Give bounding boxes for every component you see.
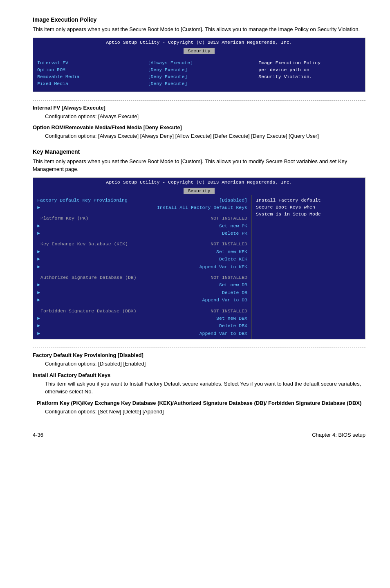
km-right-line2: Secure Boot Keys when <box>256 204 361 211</box>
km-set-db-arrow: ► <box>37 281 40 289</box>
iep-removable-media: Removable Media <box>37 73 140 80</box>
km-delete-kek-row: ► Delete KEK <box>37 256 247 263</box>
km-delete-pk-row: ► Delete PK <box>37 230 247 237</box>
install-all-text: This item will ask you if you want to In… <box>45 380 365 396</box>
km-factory-row: Factory Default Key Provisioning [Disabl… <box>37 197 247 204</box>
iep-val-interval: [Always Execute] <box>148 59 251 66</box>
km-append-dbx-arrow: ► <box>37 330 40 337</box>
km-dbx-value: NOT INSTALLED <box>211 307 247 315</box>
km-delete-db-label: Delete DB <box>222 289 247 296</box>
iep-bios-content: Interval FV Option ROM Removable Media F… <box>33 55 365 92</box>
km-pk-value: NOT INSTALLED <box>211 215 247 222</box>
factory-default-options: Configuration options: [Disabled] [Enabl… <box>45 360 365 368</box>
km-spacer1 <box>37 211 247 215</box>
km-delete-pk-arrow: ► <box>37 230 40 237</box>
iep-security-tab: Security <box>184 48 214 54</box>
km-right-line1: Install Factory default <box>256 197 361 204</box>
km-append-db-row: ► Append Var to DB <box>37 296 247 304</box>
iep-title: Image Execution Policy <box>33 16 365 23</box>
iep-option-rom: Option ROM <box>37 66 140 73</box>
km-delete-db-row: ► Delete DB <box>37 289 247 296</box>
km-right-line3: System is in Setup Mode <box>256 211 361 218</box>
km-pk-label: Platform Key (PK) <box>40 215 88 222</box>
iep-val-removable: [Deny Execute] <box>148 73 251 80</box>
km-append-kek-label: Append Var to KEK <box>199 263 247 271</box>
km-spacer3 <box>37 271 247 274</box>
option-rom-title: Option ROM/Removable Media/Fixed Media [… <box>33 124 365 130</box>
footer-chapter: Chapter 4: BIOS setup <box>312 432 365 438</box>
km-delete-db-arrow: ► <box>37 289 40 296</box>
internal-fv-options: Configuration options: [Always Execute] <box>45 112 365 121</box>
footer-page-number: 4-36 <box>33 432 43 438</box>
km-install-arrow: ► <box>37 204 40 211</box>
km-description: This item only appears when you set the … <box>33 157 365 173</box>
km-append-db-arrow: ► <box>37 296 40 304</box>
km-set-pk-row: ► Set new PK <box>37 222 247 230</box>
km-set-kek-label: Set new KEK <box>216 248 247 256</box>
platform-key-title: Platform Key (PK)/Key Exchange Key Datab… <box>33 400 365 406</box>
iep-val-option: [Deny Execute] <box>148 66 251 73</box>
km-factory-label: Factory Default Key Provisioning <box>37 197 128 204</box>
km-delete-dbx-label: Delete DBX <box>219 322 247 330</box>
platform-key-options: Configuration options: [Set New] [Delete… <box>45 408 365 416</box>
iep-right-line1: Image Execution Policy <box>258 59 361 66</box>
internal-fv-title: Internal FV [Always Execute] <box>33 105 365 111</box>
km-append-db-label: Append Var to DB <box>202 296 247 304</box>
km-spacer4 <box>37 304 247 307</box>
km-bios-tab-bar: Security <box>33 186 365 195</box>
km-security-tab: Security <box>184 188 214 194</box>
km-set-dbx-arrow: ► <box>37 315 40 322</box>
km-dbx-label: Forbidden Signature Database (DBX) <box>40 307 137 315</box>
iep-right-line3: Security Violation. <box>258 73 361 80</box>
km-db-row: Authorized Signature Database (DB) NOT I… <box>37 274 247 281</box>
iep-interval-fv: Interval FV <box>37 59 140 66</box>
km-kek-row: Key Exchange Key Database (KEK) NOT INST… <box>37 240 247 248</box>
km-delete-kek-arrow: ► <box>37 256 40 263</box>
km-append-dbx-row: ► Append Var to DBX <box>37 330 247 337</box>
km-install-all-row: ► Install All Factory Default Keys <box>37 204 247 211</box>
km-append-kek-row: ► Append Var to KEK <box>37 263 247 271</box>
km-install-all-label: Install All Factory Default Keys <box>157 204 247 211</box>
option-rom-options: Configuration options: [Always Execute] … <box>45 132 365 140</box>
km-bios-title: Aptio Setup Utility - Copyright (C) 2013… <box>33 178 365 186</box>
iep-bios-middle: [Always Execute] [Deny Execute] [Deny Ex… <box>144 58 255 89</box>
km-bios-left: Factory Default Key Provisioning [Disabl… <box>33 195 251 339</box>
install-all-title: Install All Factory Default Keys <box>33 372 365 378</box>
iep-val-fixed: [Deny Execute] <box>148 80 251 87</box>
km-kek-label: Key Exchange Key Database (KEK) <box>40 240 128 248</box>
km-factory-value: [Disabled] <box>219 197 247 204</box>
km-set-db-row: ► Set new DB <box>37 281 247 289</box>
iep-bios-right: Image Execution Policy per device path o… <box>254 58 365 89</box>
km-delete-dbx-row: ► Delete DBX <box>37 322 247 330</box>
km-set-pk-label: Set new PK <box>219 222 247 230</box>
km-pk-row: Platform Key (PK) NOT INSTALLED <box>37 215 247 222</box>
km-title: Key Management <box>33 148 365 155</box>
iep-bios-left: Interval FV Option ROM Removable Media F… <box>33 58 144 89</box>
km-set-pk-arrow: ► <box>37 222 40 230</box>
iep-description: This item only appears when you set the … <box>33 25 365 34</box>
iep-dashed-divider <box>33 100 365 101</box>
km-delete-pk-label: Delete PK <box>222 230 247 237</box>
iep-right-line2: per device path on <box>258 66 361 73</box>
km-append-kek-arrow: ► <box>37 263 40 271</box>
km-append-dbx-label: Append Var to DBX <box>199 330 247 337</box>
km-spacer2 <box>37 237 247 240</box>
iep-bios-box: Aptio Setup Utility - Copyright (C) 2013… <box>33 38 365 92</box>
km-bios-content: Factory Default Key Provisioning [Disabl… <box>33 195 365 339</box>
iep-bios-title: Aptio Setup Utility - Copyright (C) 2013… <box>33 38 365 47</box>
iep-bios-tab-bar: Security <box>33 47 365 55</box>
km-set-dbx-label: Set new DBX <box>216 315 247 322</box>
km-kek-value: NOT INSTALLED <box>211 240 247 248</box>
km-delete-kek-label: Delete KEK <box>219 256 247 263</box>
km-bios-box: Aptio Setup Utility - Copyright (C) 2013… <box>33 177 365 340</box>
km-bios-right: Install Factory default Secure Boot Keys… <box>251 195 365 339</box>
km-set-kek-row: ► Set new KEK <box>37 248 247 256</box>
km-dbx-row: Forbidden Signature Database (DBX) NOT I… <box>37 307 247 315</box>
km-set-db-label: Set new DB <box>219 281 247 289</box>
km-set-dbx-row: ► Set new DBX <box>37 315 247 322</box>
factory-default-title: Factory Default Key Provisioning [Disabl… <box>33 352 365 358</box>
km-set-kek-arrow: ► <box>37 248 40 256</box>
km-db-label: Authorized Signature Database (DB) <box>40 274 137 281</box>
key-management-section: Key Management This item only appears wh… <box>33 148 365 416</box>
km-db-value: NOT INSTALLED <box>211 274 247 281</box>
